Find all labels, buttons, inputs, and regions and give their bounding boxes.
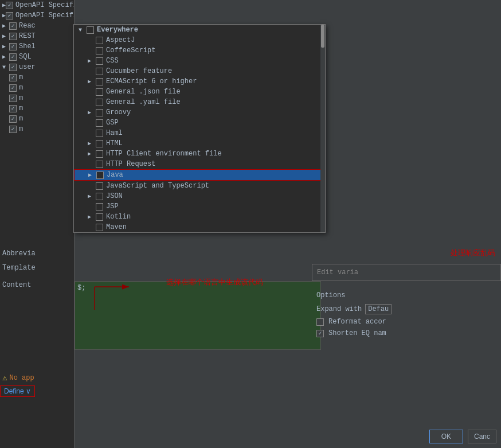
tree-label: SQL <box>19 53 32 61</box>
dropdown-item-everywhere[interactable]: ▼ Everywhere <box>74 25 325 35</box>
tree-item-m4[interactable]: m <box>0 103 74 114</box>
reformat-row[interactable]: Reformat accor <box>316 318 496 326</box>
dropdown-item-js-ts[interactable]: JavaScript and TypeScript <box>74 181 325 191</box>
dropdown-checkbox[interactable] <box>96 193 103 200</box>
dropdown-item-html[interactable]: ▶ HTML <box>74 138 325 149</box>
tree-checkbox[interactable] <box>9 22 17 30</box>
dropdown-arrow: ▶ <box>88 140 96 147</box>
dropdown-item-ecmascript[interactable]: ▶ ECMAScript 6 or higher <box>74 76 325 87</box>
shorten-row[interactable]: Shorten EQ nam <box>316 329 496 337</box>
dropdown-item-aspectj[interactable]: AspectJ <box>74 35 325 45</box>
tree-checkbox[interactable] <box>9 126 17 133</box>
dropdown-checkbox[interactable] <box>96 47 103 54</box>
dropdown-arrow: ▶ <box>88 213 96 220</box>
dropdown-checkbox[interactable] <box>96 182 103 190</box>
tree-checkbox[interactable] <box>9 105 17 112</box>
dropdown-label: General .yaml file <box>106 98 181 106</box>
dropdown-checkbox[interactable] <box>96 99 103 106</box>
dropdown-checkbox[interactable] <box>96 213 103 221</box>
tree-checkbox[interactable] <box>6 2 13 9</box>
tree-item-shel[interactable]: ▶ Shel <box>0 41 74 52</box>
tree-item-reac[interactable]: ▶ Reac <box>0 21 74 31</box>
dropdown-item-coffeescript[interactable]: CoffeeScript <box>74 45 325 56</box>
dropdown-checkbox[interactable] <box>96 161 103 168</box>
dropdown-item-http-client[interactable]: ▶ HTTP Client environment file <box>74 149 325 159</box>
tree-item-m1[interactable]: m <box>0 72 74 83</box>
dropdown-item-general-yaml[interactable]: General .yaml file <box>74 97 325 107</box>
tree-checkbox[interactable] <box>9 115 17 123</box>
dropdown-item-http-request[interactable]: HTTP Request <box>74 159 325 169</box>
dropdown-item-jsp[interactable]: JSP <box>74 201 325 212</box>
dropdown-checkbox[interactable] <box>96 57 103 65</box>
tree-checkbox[interactable] <box>9 43 17 50</box>
tree-item-m3[interactable]: m <box>0 93 74 103</box>
dropdown-arrow <box>88 161 96 167</box>
tree-item-m2[interactable]: m <box>0 83 74 93</box>
expand-with-dropdown[interactable]: Defau <box>365 304 392 314</box>
dropdown-checkbox[interactable] <box>96 119 103 127</box>
dropdown-checkbox[interactable] <box>96 203 103 211</box>
tree-item-m6[interactable]: m <box>0 124 74 134</box>
options-title: Options <box>316 291 496 299</box>
define-button[interactable]: Define ∨ <box>0 385 35 397</box>
dropdown-label: Maven <box>106 223 127 231</box>
cancel-button[interactable]: Canc <box>468 430 496 443</box>
dropdown-checkbox[interactable] <box>96 37 103 44</box>
dropdown-label: AspectJ <box>106 36 135 44</box>
dropdown-checkbox[interactable] <box>96 109 103 116</box>
dropdown-label: Kotlin <box>106 213 131 221</box>
dropdown-arrow: ▶ <box>88 172 96 178</box>
tree-checkbox[interactable] <box>9 84 17 92</box>
tree-item-user[interactable]: ▼ user <box>0 62 74 72</box>
edit-variable-area[interactable]: Edit varia <box>312 264 501 281</box>
reformat-checkbox[interactable] <box>316 318 324 326</box>
dropdown-item-gsp[interactable]: GSP <box>74 118 325 128</box>
dropdown-item-css[interactable]: ▶ CSS <box>74 56 325 66</box>
main-panel: ▶ OpenAPI Specifications (.json) ▶ OpenA… <box>0 0 501 448</box>
tree-checkbox[interactable] <box>9 33 17 40</box>
dropdown-label: HTTP Client environment file <box>106 150 222 158</box>
tree-item-openapi-yaml[interactable]: ▶ OpenAPI Specifications (.yaml) <box>0 10 74 21</box>
tree-checkbox[interactable] <box>9 64 17 71</box>
dropdown-arrow <box>88 183 96 189</box>
shorten-label: Shorten EQ nam <box>328 329 386 337</box>
dropdown-label: Groovy <box>106 108 131 116</box>
dropdown-item-general-json[interactable]: General .json file <box>74 87 325 97</box>
tree-checkbox[interactable] <box>9 53 17 61</box>
dropdown-checkbox[interactable] <box>96 224 103 231</box>
dropdown-checkbox[interactable] <box>96 140 103 147</box>
dropdown-checkbox[interactable] <box>96 150 103 158</box>
dropdown-checkbox[interactable] <box>87 26 94 34</box>
dropdown-checkbox[interactable] <box>96 172 104 179</box>
tree-label: m <box>19 94 23 102</box>
expand-with-row: Expand with Defau <box>316 304 496 314</box>
tree-checkbox[interactable] <box>6 12 13 20</box>
content-area[interactable]: $; <box>75 281 321 350</box>
tree-item-rest[interactable]: ▶ REST <box>0 31 74 41</box>
tree-checkbox[interactable] <box>9 95 17 102</box>
dropdown-checkbox[interactable] <box>96 68 103 75</box>
tree-item-openapi-json[interactable]: ▶ OpenAPI Specifications (.json) <box>0 0 74 10</box>
dropdown-item-json[interactable]: ▶ JSON <box>74 191 325 201</box>
left-tree-panel: ▶ OpenAPI Specifications (.json) ▶ OpenA… <box>0 0 75 247</box>
dropdown-item-cucumber[interactable]: Cucumber feature <box>74 66 325 76</box>
warning-icon: ⚠ <box>2 373 7 383</box>
dropdown-scrollbar[interactable] <box>320 25 325 232</box>
dropdown-arrow: ▼ <box>79 27 87 33</box>
dropdown-arrow <box>88 48 96 54</box>
tree-checkbox[interactable] <box>9 74 17 81</box>
dropdown-item-kotlin[interactable]: ▶ Kotlin <box>74 212 325 222</box>
dropdown-item-maven[interactable]: Maven <box>74 222 325 232</box>
tree-item-m5[interactable]: m <box>0 114 74 124</box>
shorten-checkbox[interactable] <box>316 330 324 337</box>
dropdown-checkbox[interactable] <box>96 78 103 85</box>
dropdown-arrow: ▶ <box>88 193 96 200</box>
dropdown-item-java[interactable]: ▶ Java <box>74 169 325 181</box>
tree-item-sql[interactable]: ▶ SQL <box>0 52 74 62</box>
dropdown-item-groovy[interactable]: ▶ Groovy <box>74 107 325 118</box>
dropdown-item-haml[interactable]: Haml <box>74 128 325 138</box>
dropdown-label: JSP <box>106 202 119 211</box>
dropdown-checkbox[interactable] <box>96 88 103 96</box>
ok-button[interactable]: OK <box>429 430 463 443</box>
dropdown-checkbox[interactable] <box>96 130 103 137</box>
